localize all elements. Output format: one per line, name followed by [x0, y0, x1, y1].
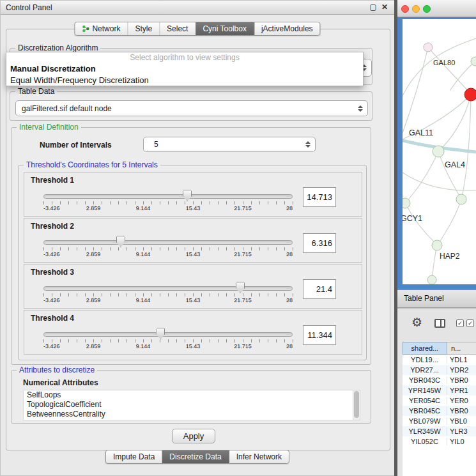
tab-style[interactable]: Style [128, 22, 160, 35]
mac-titlebar[interactable] [397, 0, 476, 17]
threshold-value-box[interactable]: 14.713 [303, 187, 336, 207]
apply-button[interactable]: Apply [172, 429, 215, 443]
node-label: GAL4 [445, 160, 465, 169]
tab-label: Infer Network [236, 452, 282, 461]
table-row[interactable]: YBL079W YBL0 [403, 416, 476, 426]
slider-scale: -3.426 2.859 9.144 15.43 21.715 28 [43, 205, 293, 213]
slider-track[interactable] [43, 332, 293, 337]
table-panel-header[interactable]: Table Panel [397, 289, 476, 308]
table-data-combobox[interactable]: galFiltered.sif default node [15, 100, 368, 116]
network-icon [82, 25, 89, 33]
tab-cyni-toolbox[interactable]: Cyni Toolbox [196, 22, 254, 35]
mac-close-button[interactable] [401, 5, 409, 13]
number-of-intervals-combobox[interactable]: 5 [143, 137, 316, 152]
network-graph[interactable]: GAL80 GAL11 GAL4 GCY1 HAP2 [403, 19, 476, 284]
list-scrollbar[interactable] [353, 390, 360, 420]
control-panel-titlebar[interactable]: Control Panel ▢ ✕ [1, 1, 394, 15]
node[interactable] [432, 240, 442, 250]
interval-definition-group: Interval Definition Number of Intervals … [11, 127, 371, 365]
attributes-list[interactable]: SelfLoops TopologicalCoefficient Between… [23, 390, 360, 420]
scale-label: 21.715 [234, 297, 252, 303]
table-columns-icon[interactable] [434, 319, 445, 328]
node[interactable] [403, 198, 410, 208]
threshold-value-box[interactable]: 11.344 [303, 325, 336, 345]
tab-label: jActiveModules [261, 24, 313, 33]
tab-jactivemodules[interactable]: jActiveModules [254, 22, 320, 35]
tab-network[interactable]: Network [75, 22, 128, 35]
tab-select[interactable]: Select [160, 22, 196, 35]
number-of-intervals-value: 5 [144, 140, 305, 149]
cell-shared-name: YER054C [403, 397, 447, 404]
slider-thumb[interactable] [183, 190, 192, 201]
scale-label: 2.859 [86, 205, 101, 211]
table-row[interactable]: YBR043C YBR0 [403, 375, 476, 385]
list-item[interactable]: BetweennessCentrality [24, 410, 360, 419]
column-header-shared-name[interactable]: shared... [403, 342, 447, 355]
threshold-2-slider[interactable]: -3.426 2.859 9.144 15.43 21.715 28 [43, 235, 293, 262]
selected-node-red[interactable] [464, 88, 476, 101]
node[interactable] [424, 43, 433, 52]
slider-thumb[interactable] [156, 328, 165, 339]
threshold-value-box[interactable]: 6.316 [303, 233, 336, 253]
column-header-name[interactable]: n... [447, 342, 476, 355]
scale-label: 28 [286, 251, 293, 257]
table-panel-window: ⚙ ✓ ✓ shared... n... YDL19... YDL1 YDR27… [397, 308, 476, 476]
slider-thumb[interactable] [236, 282, 245, 293]
table-row[interactable]: YDR27... YDR2 [403, 365, 476, 375]
slider-track[interactable] [43, 194, 293, 199]
dropdown-option-manual-discretization[interactable]: Manual Discretization [6, 63, 363, 75]
table-row[interactable]: YIL052C YIL0 [403, 436, 476, 447]
slider-track[interactable] [43, 240, 293, 245]
mac-zoom-button[interactable] [423, 5, 431, 13]
thresholds-group: Threshold's Coordinates for 5 Intervals … [18, 165, 367, 360]
network-focus-frame: GAL80 GAL11 GAL4 GCY1 HAP2 [397, 17, 476, 289]
network-canvas[interactable]: GAL80 GAL11 GAL4 GCY1 HAP2 [403, 19, 476, 284]
group-title: Attributes to discretize [17, 365, 97, 375]
gear-icon[interactable]: ⚙ [411, 315, 422, 330]
threshold-4-slider[interactable]: -3.426 2.859 9.144 15.43 21.715 28 [43, 327, 293, 354]
slider-ticks [43, 201, 293, 204]
list-item[interactable]: TopologicalCoefficient [24, 400, 360, 410]
table-row[interactable]: YDL19... YDL1 [403, 355, 476, 365]
dropdown-placeholder-item[interactable]: Select algorithm to view settings [6, 52, 363, 63]
scrollbar-thumb[interactable] [354, 391, 359, 418]
table-row[interactable]: YBR045C YBR0 [403, 406, 476, 416]
tab-impute-data[interactable]: Impute Data [106, 450, 162, 463]
slider-thumb[interactable] [116, 236, 125, 247]
checkbox-icon[interactable]: ✓ [456, 319, 464, 327]
close-window-icon[interactable]: ✕ [380, 3, 389, 12]
cell-name: YLR3 [447, 427, 476, 435]
table-row[interactable]: YPR145W YPR1 [403, 385, 476, 395]
node[interactable] [433, 146, 444, 157]
cell-name: YER0 [447, 397, 476, 404]
tab-discretize-data[interactable]: Discretize Data [162, 450, 229, 463]
checkbox-icon[interactable]: ✓ [466, 319, 474, 327]
table-row[interactable]: YLR345W YLR3 [403, 426, 476, 436]
scale-label: 15.43 [186, 343, 201, 349]
mac-minimize-button[interactable] [412, 5, 420, 13]
tab-label: Select [167, 24, 188, 33]
threshold-panel-2: Threshold 2 -3.426 2.859 9.144 15.43 21.… [24, 218, 362, 263]
table-row[interactable]: YER054C YER0 [403, 395, 476, 406]
float-window-icon[interactable]: ▢ [369, 3, 378, 12]
dropdown-option-equal-width-frequency[interactable]: Equal Width/Frequency Discretization [6, 75, 363, 86]
scale-label: 2.859 [86, 343, 101, 349]
threshold-1-slider[interactable]: -3.426 2.859 9.144 15.43 21.715 28 [43, 189, 293, 216]
node[interactable] [427, 275, 436, 284]
threshold-label: Threshold 2 [31, 222, 74, 231]
slider-ticks [43, 247, 293, 250]
slider-ticks [43, 293, 293, 296]
attributes-group: Attributes to discretize Numerical Attri… [11, 370, 371, 424]
node[interactable] [456, 194, 466, 204]
tab-infer-network[interactable]: Infer Network [229, 450, 289, 463]
list-item[interactable]: SelfLoops [24, 390, 360, 400]
slider-scale: -3.426 2.859 9.144 15.43 21.715 28 [43, 297, 293, 305]
threshold-3-slider[interactable]: -3.426 2.859 9.144 15.43 21.715 28 [43, 281, 293, 308]
cell-name: YDR2 [447, 366, 476, 374]
threshold-panel-4: Threshold 4 -3.426 2.859 9.144 15.43 21.… [24, 310, 362, 355]
top-tab-bar: Network Style Select Cyni Toolbox jActiv… [74, 22, 320, 36]
threshold-value-box[interactable]: 21.4 [303, 279, 336, 299]
slider-track[interactable] [43, 286, 293, 291]
cell-name: YIL0 [447, 438, 476, 445]
tab-label: Cyni Toolbox [203, 24, 246, 33]
